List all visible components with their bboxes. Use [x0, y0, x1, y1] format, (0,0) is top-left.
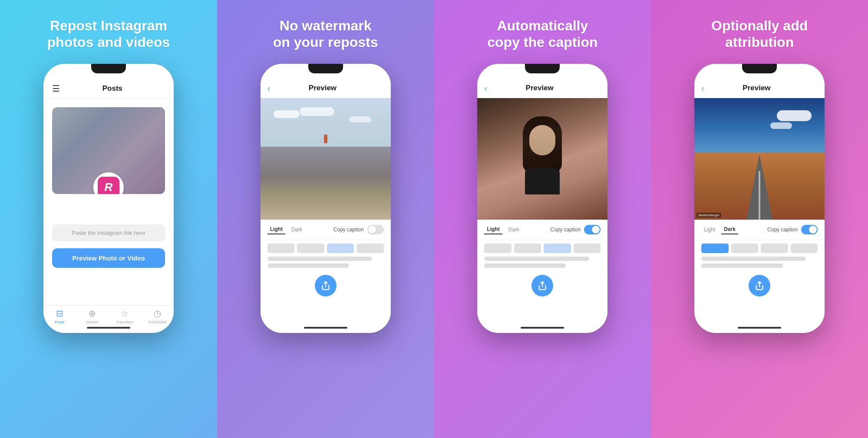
screen-preview-2: ‹ Preview [261, 64, 391, 333]
blur-row-3-1 [484, 257, 589, 261]
preview-title-2: Preview [270, 84, 375, 92]
blur-row-2-1 [267, 257, 372, 261]
back-button-3[interactable]: ‹ [484, 83, 487, 93]
tab-favorites[interactable]: ☆ Favorites [109, 308, 141, 324]
toggle-knob-4 [809, 226, 817, 234]
phone-mockup-3: ‹ Preview [477, 64, 607, 333]
road-background: blasterdanger [694, 98, 825, 220]
chip-2-4 [356, 244, 384, 253]
blur-row-4-1 [701, 257, 806, 261]
share-btn-container-4 [694, 270, 825, 310]
panel-4-title: Optionally addattribution [711, 17, 808, 51]
tab-scheduled[interactable]: ◷ Scheduled [141, 308, 174, 324]
content-grid-4 [694, 240, 825, 257]
phone-mockup-1: ☰ Posts R ↻ P [43, 64, 174, 333]
phone-notch-2 [300, 64, 352, 76]
posts-main-content: R ↻ Paste the Instagram link here Previe… [43, 99, 174, 305]
share-button-3[interactable] [531, 275, 553, 296]
road-cloud-1 [777, 110, 812, 121]
chip-3-4 [574, 244, 601, 253]
woman-background [477, 98, 607, 220]
tab-favorites-icon: ☆ [121, 308, 129, 319]
phone-home-bar-3 [521, 327, 564, 329]
share-button-4[interactable] [749, 275, 770, 296]
content-rows-4 [694, 257, 825, 270]
toggle-knob-3 [592, 226, 600, 234]
cliff-figure [324, 135, 327, 143]
back-button-2[interactable]: ‹ [267, 83, 271, 93]
menu-icon[interactable]: ☰ [52, 83, 60, 94]
screen-posts: ☰ Posts R ↻ P [43, 64, 174, 333]
cloud-3 [350, 116, 371, 122]
toggle-knob-2 [368, 226, 376, 234]
posts-screen-content: ☰ Posts R ↻ P [43, 64, 174, 333]
phone-home-bar-1 [87, 327, 130, 329]
phone-notch-camera-4 [742, 64, 777, 73]
blur-row-4-2 [701, 263, 783, 268]
content-grid-2 [261, 240, 391, 257]
panel-2-content: ‹ Preview [261, 64, 391, 425]
panel-repost: Repost Instagramphotos and videos ☰ Post… [0, 0, 217, 438]
tab-posts-icon: ⊟ [56, 308, 63, 319]
cliff-background [261, 98, 391, 220]
preview-screen-2: ‹ Preview [261, 64, 391, 333]
woman-body [525, 168, 560, 194]
phone-notch-camera-3 [525, 64, 560, 73]
copy-caption-label-4: Copy caption [767, 227, 798, 233]
panel-copy-caption: Automaticallycopy the caption ‹ Preview [434, 0, 651, 438]
preview-title-3: Preview [487, 84, 592, 92]
options-row-3: Light Dark Copy caption [477, 220, 607, 240]
cloud-1 [274, 110, 300, 118]
theme-dark-3[interactable]: Dark [506, 225, 522, 234]
share-button-2[interactable] [315, 275, 337, 296]
phone-notch-1 [83, 64, 135, 76]
preview-screen-3: ‹ Preview [477, 64, 607, 333]
panel-1-content: ☰ Posts R ↻ P [43, 64, 174, 425]
phone-notch-4 [733, 64, 785, 76]
copy-caption-toggle-2[interactable] [367, 225, 384, 234]
preview-screen-4: ‹ Preview [694, 64, 825, 333]
chip-2-3 [327, 244, 354, 253]
theme-light-2[interactable]: Light [267, 225, 285, 234]
blur-row-3-2 [484, 263, 566, 268]
tab-scheduled-label: Scheduled [148, 320, 167, 324]
preview-button[interactable]: Preview Photo or Video [52, 248, 165, 268]
theme-dark-4[interactable]: Dark [721, 225, 738, 234]
chip-4-4 [791, 244, 818, 253]
theme-dark-2[interactable]: Dark [289, 225, 305, 234]
preview-image-cliff [261, 98, 391, 220]
tab-stories-icon: ⊕ [89, 308, 96, 319]
share-icon-3 [538, 281, 547, 290]
preview-image-road: blasterdanger [694, 98, 825, 220]
theme-light-3[interactable]: Light [484, 225, 502, 234]
chip-3-3 [544, 244, 571, 253]
panel-4-content: ‹ Preview [694, 64, 825, 425]
copy-caption-toggle-3[interactable] [584, 225, 601, 234]
road-cloud-2 [770, 122, 792, 129]
chip-3-2 [514, 244, 541, 253]
share-icon-4 [755, 281, 764, 290]
tab-scheduled-icon: ◷ [154, 308, 161, 319]
back-button-4[interactable]: ‹ [701, 83, 704, 93]
panel-attribution: Optionally addattribution ‹ Preview [651, 0, 868, 438]
panel-no-watermark: No watermarkon your reposts ‹ Preview [217, 0, 434, 438]
copy-caption-toggle-4[interactable] [801, 225, 818, 234]
tab-bar: ⊟ Posts ⊕ Stories ☆ Favorites ◷ [43, 305, 174, 333]
chip-4-1 [701, 244, 729, 253]
content-rows-3 [477, 257, 607, 270]
content-rows-2 [261, 257, 391, 270]
preview-image-woman [477, 98, 607, 220]
phone-notch-camera-2 [308, 64, 343, 73]
woman-face [529, 125, 555, 155]
tab-stories[interactable]: ⊕ Stories [76, 308, 109, 324]
theme-light-4[interactable]: Light [701, 225, 718, 234]
copy-caption-label-3: Copy caption [550, 227, 581, 233]
share-btn-container-2 [261, 270, 391, 310]
road-sky [694, 98, 825, 159]
tab-posts[interactable]: ⊟ Posts [43, 308, 76, 324]
screen-preview-3: ‹ Preview [477, 64, 607, 333]
phone-home-bar-2 [304, 327, 347, 329]
cloud-2 [300, 107, 334, 116]
panel-3-title: Automaticallycopy the caption [487, 17, 597, 51]
paste-input[interactable]: Paste the Instagram link here [52, 224, 165, 241]
